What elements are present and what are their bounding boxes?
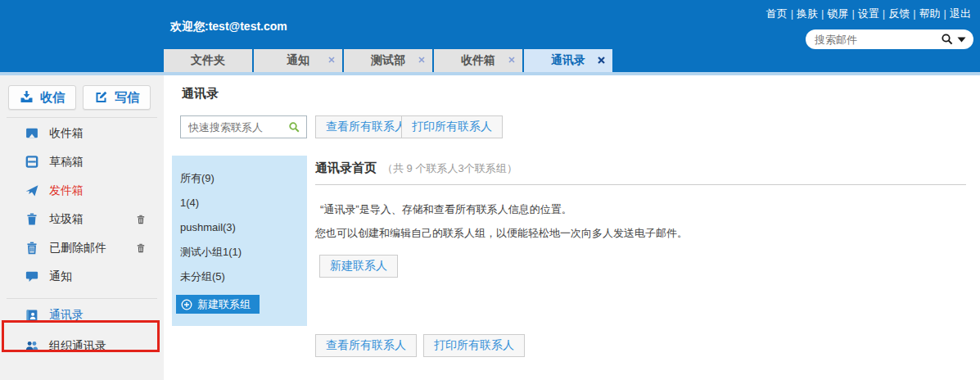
send-icon [25, 183, 39, 197]
caret-down-icon[interactable] [957, 37, 966, 43]
tab-label: 测试部 [371, 53, 405, 68]
notice-icon [25, 269, 39, 283]
link-separator: | [851, 7, 854, 20]
print-all-contacts-button[interactable]: 打印所有联系人 [423, 334, 525, 357]
org-contacts-icon [25, 339, 39, 353]
sidebar-item-label: 发件箱 [49, 183, 84, 198]
sidebar-item-org-contacts[interactable]: 组织通讯录 [0, 332, 164, 360]
deleted-mail-icon [25, 241, 39, 255]
contacts-book-icon [25, 309, 39, 323]
section-divider [315, 184, 966, 185]
group-item-testgroup[interactable]: 测试小组1(1) [172, 240, 307, 265]
compose-mail-button[interactable]: 写信 [83, 85, 151, 110]
welcome-text: 欢迎您:test@test.com [170, 20, 287, 34]
close-icon[interactable] [328, 57, 335, 63]
top-link-settings[interactable]: 设置 [858, 7, 879, 20]
search-icon[interactable] [941, 33, 954, 46]
sidebar-item-label: 组织通讯录 [49, 339, 106, 354]
group-item-ungrouped[interactable]: 未分组(5) [172, 265, 307, 289]
tab-contacts[interactable]: 通讯录 [524, 49, 612, 72]
top-header: 欢迎您:test@test.com 首页|换肤|锁屏|设置|反馈|帮助|退出 文… [0, 0, 980, 72]
tab-label: 通知 [287, 53, 309, 68]
top-link-help[interactable]: 帮助 [919, 7, 941, 20]
new-contact-group-label: 新建联系组 [197, 297, 251, 312]
top-link-feedback[interactable]: 反馈 [888, 7, 910, 20]
group-item-all[interactable]: 所有(9) [172, 166, 307, 191]
compose-mail-label: 写信 [115, 90, 139, 106]
close-icon[interactable] [508, 57, 515, 63]
receive-mail-label: 收信 [40, 90, 65, 106]
contact-groups-panel: 所有(9) 1(4) pushmail(3) 测试小组1(1) 未分组(5) 新… [172, 156, 307, 326]
sidebar-item-label: 垃圾箱 [49, 212, 84, 227]
group-item-1[interactable]: 1(4) [172, 191, 307, 215]
tab-inbox[interactable]: 收件箱 [434, 49, 522, 72]
contacts-description-1: “通讯录”是导入、存储和查看所有联系人信息的位置。 [315, 202, 966, 217]
draft-icon [25, 155, 39, 169]
sidebar-item-inbox[interactable]: 收件箱 [0, 119, 164, 147]
sidebar-item-junk[interactable]: 垃圾箱 [0, 205, 164, 233]
mail-search-input[interactable] [813, 33, 937, 47]
contacts-description-2: 您也可以创建和编辑自己的联系人组，以便能轻松地一次向多人发送电子邮件。 [315, 226, 966, 241]
sidebar: 收信 写信 收件箱 草稿箱 发件箱 垃圾箱 已删除邮件 [0, 75, 164, 380]
top-nav: 首页|换肤|锁屏|设置|反馈|帮助|退出 [765, 7, 972, 21]
link-separator: | [944, 7, 946, 20]
page-title: 通讯录 [182, 86, 219, 102]
tab-bar: 文件夹 通知 测试部 收件箱 通讯录 [164, 49, 614, 72]
plus-circle-icon [181, 299, 192, 310]
tab-test-dept[interactable]: 测试部 [344, 49, 432, 72]
link-separator: | [821, 7, 824, 20]
sidebar-item-label: 通讯录 [49, 308, 84, 323]
top-link-skin[interactable]: 换肤 [797, 7, 818, 20]
tab-notice[interactable]: 通知 [254, 49, 342, 72]
quick-search-input[interactable] [187, 120, 288, 134]
inbox-icon [25, 126, 39, 140]
tab-label: 通讯录 [551, 53, 585, 68]
tab-label: 收件箱 [461, 53, 495, 68]
sidebar-item-sent[interactable]: 发件箱 [0, 176, 164, 205]
new-contact-button[interactable]: 新建联系人 [319, 255, 398, 278]
group-item-pushmail[interactable]: pushmail(3) [172, 215, 307, 240]
contacts-home-title: 通讯录首页 [315, 161, 377, 176]
sidebar-item-label: 通知 [49, 269, 72, 284]
new-contact-group-button[interactable]: 新建联系组 [176, 295, 260, 314]
view-all-contacts-button[interactable]: 查看所有联系人 [315, 334, 417, 357]
sidebar-item-contacts[interactable]: 通讯录 [0, 299, 164, 332]
quick-search-box[interactable] [180, 115, 307, 138]
trash-icon [25, 212, 39, 226]
close-icon[interactable] [418, 57, 425, 63]
receive-mail-button[interactable]: 收信 [8, 85, 76, 110]
top-link-lock[interactable]: 锁屏 [827, 7, 848, 20]
top-link-logout[interactable]: 退出 [950, 7, 971, 20]
sidebar-item-label: 草稿箱 [49, 155, 84, 170]
sidebar-item-notice[interactable]: 通知 [0, 262, 164, 291]
contacts-home-section: 通讯录首页 （共 9 个联系人3个联系组） “通讯录”是导入、存储和查看所有联系… [315, 161, 966, 278]
main-content: 通讯录 查看所有联系人 打印所有联系人 所有(9) 1(4) pushmail(… [164, 75, 980, 380]
sidebar-divider [7, 117, 157, 118]
contacts-count: （共 9 个联系人3个联系组） [382, 161, 517, 176]
mail-search-box[interactable] [806, 29, 973, 49]
link-separator: | [883, 7, 885, 20]
search-icon[interactable] [288, 121, 300, 133]
sidebar-item-label: 收件箱 [49, 126, 84, 141]
empty-trash-icon[interactable] [136, 215, 146, 224]
tab-folders[interactable]: 文件夹 [164, 49, 252, 72]
empty-trash-icon[interactable] [136, 243, 146, 253]
tab-label: 文件夹 [191, 53, 225, 68]
link-separator: | [791, 7, 793, 20]
receive-mail-icon [20, 90, 34, 106]
close-icon[interactable] [598, 57, 605, 64]
sidebar-item-drafts[interactable]: 草稿箱 [0, 147, 164, 176]
compose-mail-icon [94, 90, 108, 106]
link-separator: | [913, 7, 915, 20]
sidebar-item-deleted[interactable]: 已删除邮件 [0, 233, 164, 262]
sidebar-item-label: 已删除邮件 [49, 241, 106, 256]
print-all-contacts-button[interactable]: 打印所有联系人 [401, 115, 503, 138]
top-link-home[interactable]: 首页 [766, 7, 788, 20]
